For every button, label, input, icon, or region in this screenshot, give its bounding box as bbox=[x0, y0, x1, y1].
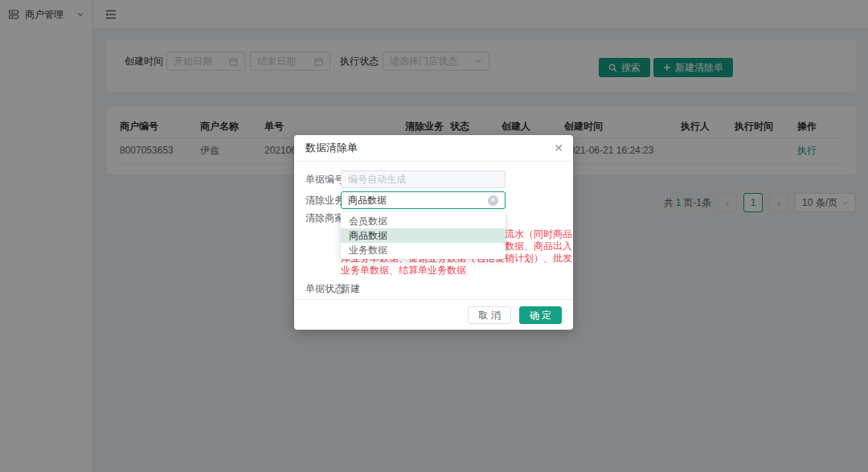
order-no-input bbox=[341, 170, 506, 188]
order-status-label: 单据状态 bbox=[305, 280, 344, 298]
dropdown-option-goods-data[interactable]: 商品数据 bbox=[341, 228, 506, 243]
data-clear-modal: 数据清除单 ✕ 单据编号 清除业务 ✕ 清除商家 清除商品资料数据、库存数据、出… bbox=[294, 135, 573, 330]
cancel-button[interactable]: 取 消 bbox=[468, 306, 510, 324]
clear-circle-icon[interactable]: ✕ bbox=[488, 195, 498, 206]
modal-header: 数据清除单 ✕ bbox=[294, 135, 573, 162]
order-no-label: 单据编号 bbox=[305, 170, 344, 188]
dropdown-option-member-data[interactable]: 会员数据 bbox=[341, 214, 506, 228]
modal-footer: 取 消 确 定 bbox=[294, 299, 573, 324]
close-icon[interactable]: ✕ bbox=[554, 142, 563, 154]
order-status-value: 新建 bbox=[341, 280, 360, 298]
dropdown-option-business-data[interactable]: 业务数据 bbox=[341, 243, 506, 257]
clear-business-field[interactable] bbox=[348, 195, 488, 206]
clear-business-dropdown: 会员数据 商品数据 业务数据 bbox=[341, 212, 506, 259]
clear-business-label: 清除业务 bbox=[305, 191, 344, 209]
clear-merchant-label: 清除商家 bbox=[305, 209, 344, 227]
confirm-button[interactable]: 确 定 bbox=[519, 306, 562, 324]
order-no-field bbox=[348, 174, 498, 185]
modal-title: 数据清除单 bbox=[305, 141, 358, 155]
page: 商户管理 创建时间 执行状态 请选择门店状态 bbox=[0, 0, 868, 472]
clear-business-input[interactable]: ✕ bbox=[341, 191, 506, 209]
